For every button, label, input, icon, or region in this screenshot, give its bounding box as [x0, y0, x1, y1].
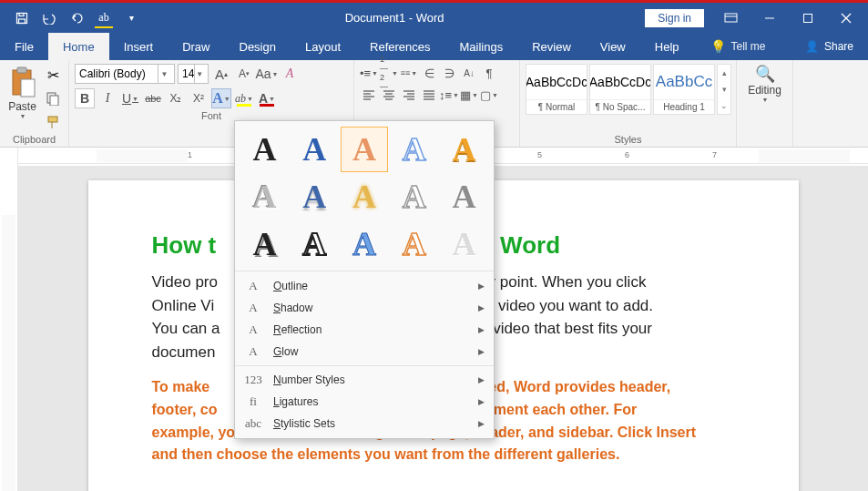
- text-effects-button[interactable]: A▼: [211, 88, 231, 108]
- tab-home[interactable]: Home: [48, 33, 109, 60]
- share-button[interactable]: 👤Share: [791, 33, 868, 60]
- text-effect-stylistic-sets[interactable]: abcStylistic Sets▶: [235, 413, 494, 435]
- spelling-icon[interactable]: ab: [91, 6, 117, 30]
- chevron-right-icon: ▶: [478, 375, 485, 384]
- tab-references[interactable]: References: [355, 33, 444, 60]
- text-effect-glow[interactable]: AGlow▶: [235, 341, 494, 363]
- editing-button[interactable]: 🔍 Editing ▼: [742, 64, 787, 103]
- bullets-icon[interactable]: •≡▼: [360, 64, 378, 82]
- vertical-ruler[interactable]: [0, 148, 18, 491]
- text-effect-preset[interactable]: A: [240, 127, 289, 172]
- svg-rect-1: [19, 19, 26, 24]
- multilevel-list-icon[interactable]: ≡≡▼: [400, 64, 418, 82]
- text-effect-preset[interactable]: A: [341, 174, 389, 220]
- paste-button[interactable]: Paste ▼: [5, 64, 39, 119]
- style-no-spacing[interactable]: AaBbCcDc¶ No Spac...: [589, 64, 651, 115]
- align-center-icon[interactable]: [380, 86, 398, 104]
- borders-icon[interactable]: ▢▼: [480, 86, 498, 104]
- font-name-combo[interactable]: Calibri (Body)▼: [75, 64, 175, 84]
- close-icon[interactable]: [828, 5, 864, 31]
- change-case-button[interactable]: Aa▼: [257, 64, 277, 84]
- shrink-font-icon[interactable]: A▾: [234, 64, 254, 84]
- align-left-icon[interactable]: [360, 86, 378, 104]
- text-effect-ligatures[interactable]: fiLigatures▶: [235, 391, 494, 413]
- effect-icon: A: [244, 344, 262, 359]
- save-icon[interactable]: [9, 6, 35, 30]
- cut-icon[interactable]: ✂: [43, 66, 63, 84]
- text-effect-preset[interactable]: A: [390, 221, 438, 267]
- clear-formatting-icon[interactable]: A: [280, 64, 300, 84]
- strikethrough-button[interactable]: abc: [143, 88, 163, 108]
- increase-indent-icon[interactable]: ∋: [440, 64, 458, 82]
- line-spacing-icon[interactable]: ↕≡▼: [440, 86, 458, 104]
- show-marks-icon[interactable]: ¶: [480, 64, 498, 82]
- text-effect-preset[interactable]: A: [341, 221, 389, 267]
- underline-button[interactable]: U▼: [120, 88, 140, 108]
- text-effect-preset[interactable]: A: [291, 127, 339, 172]
- tab-file[interactable]: File: [0, 33, 48, 60]
- minimize-icon[interactable]: [751, 5, 788, 31]
- qat-more-icon[interactable]: ▾: [118, 6, 144, 30]
- text-effect-preset[interactable]: A: [440, 174, 488, 220]
- ribbon-display-options-icon[interactable]: [713, 5, 750, 31]
- font-color-button[interactable]: A▼: [257, 88, 277, 108]
- svg-rect-10: [21, 79, 35, 97]
- paste-icon: [7, 64, 38, 100]
- tab-review[interactable]: Review: [517, 33, 586, 60]
- svg-rect-3: [725, 14, 737, 22]
- text-effects-dropdown: AAAAAAAAAAAAAAA AOutline▶AShadow▶AReflec…: [234, 120, 495, 439]
- superscript-button[interactable]: X²: [189, 88, 209, 108]
- tab-design[interactable]: Design: [225, 33, 291, 60]
- format-painter-icon[interactable]: [43, 113, 63, 131]
- text-effect-preset[interactable]: A: [291, 221, 339, 267]
- text-effect-preset[interactable]: A: [390, 127, 438, 172]
- tell-me-search[interactable]: 💡Tell me: [710, 33, 766, 60]
- text-effect-number-styles[interactable]: 123Number Styles▶: [235, 369, 494, 391]
- svg-rect-2: [19, 13, 24, 15]
- effect-icon: fi: [244, 394, 262, 409]
- svg-rect-13: [48, 117, 57, 122]
- tab-mailings[interactable]: Mailings: [445, 33, 518, 60]
- styles-gallery-scroll[interactable]: ▴▾⌄: [717, 64, 731, 115]
- svg-rect-9: [17, 67, 26, 73]
- tab-draw[interactable]: Draw: [168, 33, 224, 60]
- undo-icon[interactable]: [36, 6, 62, 30]
- font-size-combo[interactable]: 14▼: [178, 64, 209, 84]
- numbering-icon[interactable]: 1—2—▼: [380, 64, 398, 82]
- copy-icon[interactable]: [43, 89, 63, 107]
- sign-in-button[interactable]: Sign in: [645, 9, 704, 27]
- grow-font-icon[interactable]: A▴: [211, 64, 231, 84]
- document-title: Document1 - Word: [144, 11, 645, 25]
- text-effect-preset[interactable]: A: [240, 221, 289, 267]
- bold-button[interactable]: B: [75, 88, 95, 108]
- subscript-button[interactable]: X₂: [166, 88, 186, 108]
- shading-icon[interactable]: ▦▼: [460, 86, 478, 104]
- style-normal[interactable]: AaBbCcDc¶ Normal: [526, 64, 587, 115]
- sort-icon[interactable]: A↓: [460, 64, 478, 82]
- text-effect-preset[interactable]: A: [390, 174, 438, 220]
- style-heading-1[interactable]: AaBbCcHeading 1: [653, 64, 715, 115]
- decrease-indent-icon[interactable]: ∈: [420, 64, 438, 82]
- text-effect-shadow[interactable]: AShadow▶: [235, 297, 494, 319]
- italic-button[interactable]: I: [97, 88, 117, 108]
- text-effect-outline[interactable]: AOutline▶: [235, 275, 494, 297]
- chevron-right-icon: ▶: [478, 303, 485, 312]
- tab-help[interactable]: Help: [640, 33, 694, 60]
- maximize-icon[interactable]: [790, 5, 826, 31]
- highlight-color-button[interactable]: ab▼: [234, 88, 254, 108]
- text-effect-preset[interactable]: A: [291, 174, 339, 220]
- text-effect-reflection[interactable]: AReflection▶: [235, 319, 494, 341]
- text-effect-preset[interactable]: A: [341, 127, 389, 172]
- tab-layout[interactable]: Layout: [291, 33, 355, 60]
- text-effect-preset[interactable]: A: [440, 127, 488, 172]
- text-effect-preset[interactable]: A: [240, 174, 289, 220]
- tab-insert[interactable]: Insert: [109, 33, 168, 60]
- align-right-icon[interactable]: [400, 86, 418, 104]
- text-effect-preset[interactable]: A: [440, 221, 488, 267]
- justify-icon[interactable]: [420, 86, 438, 104]
- share-icon: 👤: [805, 40, 819, 53]
- redo-icon[interactable]: [64, 6, 89, 30]
- effect-icon: A: [244, 279, 262, 293]
- group-styles-label: Styles: [526, 132, 730, 145]
- tab-view[interactable]: View: [586, 33, 640, 60]
